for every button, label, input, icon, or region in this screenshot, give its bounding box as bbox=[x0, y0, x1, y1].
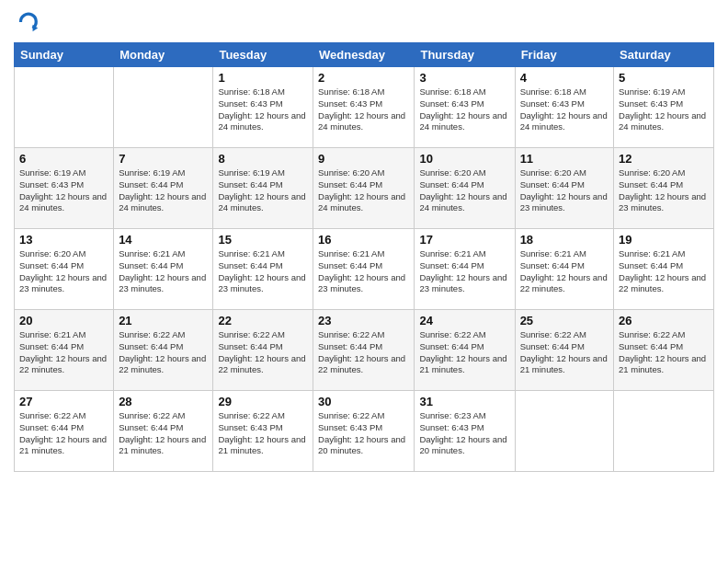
calendar-day: 16Sunrise: 6:21 AM Sunset: 6:44 PM Dayli… bbox=[313, 229, 415, 310]
day-number: 20 bbox=[19, 314, 108, 327]
calendar-day: 26Sunrise: 6:22 AM Sunset: 6:44 PM Dayli… bbox=[614, 310, 714, 391]
calendar-day: 6Sunrise: 6:19 AM Sunset: 6:43 PM Daylig… bbox=[15, 148, 114, 229]
day-number: 16 bbox=[318, 233, 409, 247]
calendar-table: SundayMondayTuesdayWednesdayThursdayFrid… bbox=[14, 42, 714, 472]
day-info: Sunrise: 6:22 AM Sunset: 6:44 PM Dayligh… bbox=[218, 329, 308, 376]
day-info: Sunrise: 6:22 AM Sunset: 6:43 PM Dayligh… bbox=[218, 410, 308, 457]
calendar-day: 29Sunrise: 6:22 AM Sunset: 6:43 PM Dayli… bbox=[213, 391, 313, 472]
day-number: 11 bbox=[520, 152, 609, 166]
calendar-week-1: 1Sunrise: 6:18 AM Sunset: 6:43 PM Daylig… bbox=[15, 67, 714, 148]
day-number: 23 bbox=[318, 314, 409, 327]
day-info: Sunrise: 6:21 AM Sunset: 6:44 PM Dayligh… bbox=[19, 329, 108, 376]
day-info: Sunrise: 6:19 AM Sunset: 6:43 PM Dayligh… bbox=[19, 167, 108, 214]
calendar-day: 10Sunrise: 6:20 AM Sunset: 6:44 PM Dayli… bbox=[415, 148, 515, 229]
calendar-day: 14Sunrise: 6:21 AM Sunset: 6:44 PM Dayli… bbox=[114, 229, 213, 310]
day-info: Sunrise: 6:22 AM Sunset: 6:44 PM Dayligh… bbox=[19, 410, 108, 457]
page-header bbox=[14, 9, 714, 35]
day-info: Sunrise: 6:23 AM Sunset: 6:43 PM Dayligh… bbox=[419, 410, 509, 457]
calendar-day: 3Sunrise: 6:18 AM Sunset: 6:43 PM Daylig… bbox=[415, 67, 515, 148]
day-info: Sunrise: 6:18 AM Sunset: 6:43 PM Dayligh… bbox=[419, 86, 509, 133]
col-header-sunday: Sunday bbox=[15, 43, 114, 67]
day-number: 30 bbox=[318, 395, 409, 408]
calendar-week-3: 13Sunrise: 6:20 AM Sunset: 6:44 PM Dayli… bbox=[15, 229, 714, 310]
calendar-week-5: 27Sunrise: 6:22 AM Sunset: 6:44 PM Dayli… bbox=[15, 391, 714, 472]
day-number: 18 bbox=[520, 233, 609, 247]
day-number: 15 bbox=[218, 233, 308, 247]
calendar-day: 11Sunrise: 6:20 AM Sunset: 6:44 PM Dayli… bbox=[515, 148, 613, 229]
day-number: 9 bbox=[318, 152, 409, 166]
calendar-day: 25Sunrise: 6:22 AM Sunset: 6:44 PM Dayli… bbox=[515, 310, 613, 391]
day-number: 8 bbox=[218, 152, 308, 166]
day-number: 26 bbox=[619, 314, 709, 327]
day-number: 21 bbox=[119, 314, 208, 327]
day-info: Sunrise: 6:20 AM Sunset: 6:44 PM Dayligh… bbox=[318, 167, 409, 214]
day-info: Sunrise: 6:20 AM Sunset: 6:44 PM Dayligh… bbox=[619, 167, 709, 214]
day-number: 25 bbox=[520, 314, 609, 327]
logo-icon bbox=[14, 9, 40, 35]
day-number: 6 bbox=[19, 152, 108, 166]
col-header-wednesday: Wednesday bbox=[313, 43, 415, 67]
day-info: Sunrise: 6:21 AM Sunset: 6:44 PM Dayligh… bbox=[318, 248, 409, 295]
logo bbox=[14, 9, 43, 35]
day-info: Sunrise: 6:18 AM Sunset: 6:43 PM Dayligh… bbox=[318, 86, 409, 133]
calendar-day: 1Sunrise: 6:18 AM Sunset: 6:43 PM Daylig… bbox=[213, 67, 313, 148]
day-info: Sunrise: 6:19 AM Sunset: 6:43 PM Dayligh… bbox=[619, 86, 709, 133]
calendar-day: 13Sunrise: 6:20 AM Sunset: 6:44 PM Dayli… bbox=[15, 229, 114, 310]
day-info: Sunrise: 6:22 AM Sunset: 6:44 PM Dayligh… bbox=[419, 329, 509, 376]
calendar-day: 15Sunrise: 6:21 AM Sunset: 6:44 PM Dayli… bbox=[213, 229, 313, 310]
calendar-day bbox=[15, 67, 114, 148]
day-info: Sunrise: 6:19 AM Sunset: 6:44 PM Dayligh… bbox=[119, 167, 208, 214]
day-number: 13 bbox=[19, 233, 108, 247]
day-info: Sunrise: 6:20 AM Sunset: 6:44 PM Dayligh… bbox=[520, 167, 609, 214]
col-header-tuesday: Tuesday bbox=[213, 43, 313, 67]
calendar-day: 12Sunrise: 6:20 AM Sunset: 6:44 PM Dayli… bbox=[614, 148, 714, 229]
calendar-week-2: 6Sunrise: 6:19 AM Sunset: 6:43 PM Daylig… bbox=[15, 148, 714, 229]
day-number: 17 bbox=[419, 233, 509, 247]
day-number: 1 bbox=[218, 71, 308, 85]
calendar-day: 30Sunrise: 6:22 AM Sunset: 6:43 PM Dayli… bbox=[313, 391, 415, 472]
calendar-day: 8Sunrise: 6:19 AM Sunset: 6:44 PM Daylig… bbox=[213, 148, 313, 229]
day-info: Sunrise: 6:19 AM Sunset: 6:44 PM Dayligh… bbox=[218, 167, 308, 214]
day-number: 5 bbox=[619, 71, 709, 85]
day-number: 12 bbox=[619, 152, 709, 166]
day-number: 2 bbox=[318, 71, 409, 85]
day-number: 7 bbox=[119, 152, 208, 166]
calendar-day: 22Sunrise: 6:22 AM Sunset: 6:44 PM Dayli… bbox=[213, 310, 313, 391]
day-number: 14 bbox=[119, 233, 208, 247]
day-number: 27 bbox=[19, 395, 108, 408]
day-info: Sunrise: 6:21 AM Sunset: 6:44 PM Dayligh… bbox=[419, 248, 509, 295]
day-number: 10 bbox=[419, 152, 509, 166]
calendar-day: 5Sunrise: 6:19 AM Sunset: 6:43 PM Daylig… bbox=[614, 67, 714, 148]
day-number: 19 bbox=[619, 233, 709, 247]
calendar-day: 19Sunrise: 6:21 AM Sunset: 6:44 PM Dayli… bbox=[614, 229, 714, 310]
calendar-week-4: 20Sunrise: 6:21 AM Sunset: 6:44 PM Dayli… bbox=[15, 310, 714, 391]
calendar-header-row: SundayMondayTuesdayWednesdayThursdayFrid… bbox=[15, 43, 714, 67]
day-number: 24 bbox=[419, 314, 509, 327]
day-number: 3 bbox=[419, 71, 509, 85]
day-number: 31 bbox=[419, 395, 509, 408]
day-number: 29 bbox=[218, 395, 308, 408]
calendar-day: 23Sunrise: 6:22 AM Sunset: 6:44 PM Dayli… bbox=[313, 310, 415, 391]
col-header-thursday: Thursday bbox=[415, 43, 515, 67]
day-info: Sunrise: 6:22 AM Sunset: 6:43 PM Dayligh… bbox=[318, 410, 409, 457]
col-header-friday: Friday bbox=[515, 43, 613, 67]
day-info: Sunrise: 6:20 AM Sunset: 6:44 PM Dayligh… bbox=[419, 167, 509, 214]
day-number: 4 bbox=[520, 71, 609, 85]
day-number: 22 bbox=[218, 314, 308, 327]
day-info: Sunrise: 6:18 AM Sunset: 6:43 PM Dayligh… bbox=[218, 86, 308, 133]
day-info: Sunrise: 6:21 AM Sunset: 6:44 PM Dayligh… bbox=[119, 248, 208, 295]
day-info: Sunrise: 6:21 AM Sunset: 6:44 PM Dayligh… bbox=[520, 248, 609, 295]
calendar-day: 24Sunrise: 6:22 AM Sunset: 6:44 PM Dayli… bbox=[415, 310, 515, 391]
day-info: Sunrise: 6:20 AM Sunset: 6:44 PM Dayligh… bbox=[19, 248, 108, 295]
calendar-day: 28Sunrise: 6:22 AM Sunset: 6:44 PM Dayli… bbox=[114, 391, 213, 472]
day-info: Sunrise: 6:22 AM Sunset: 6:44 PM Dayligh… bbox=[119, 329, 208, 376]
day-info: Sunrise: 6:22 AM Sunset: 6:44 PM Dayligh… bbox=[619, 329, 709, 376]
calendar-day bbox=[614, 391, 714, 472]
calendar-day: 31Sunrise: 6:23 AM Sunset: 6:43 PM Dayli… bbox=[415, 391, 515, 472]
calendar-day: 27Sunrise: 6:22 AM Sunset: 6:44 PM Dayli… bbox=[15, 391, 114, 472]
calendar-day: 18Sunrise: 6:21 AM Sunset: 6:44 PM Dayli… bbox=[515, 229, 613, 310]
col-header-saturday: Saturday bbox=[614, 43, 714, 67]
calendar-day bbox=[114, 67, 213, 148]
calendar-day: 17Sunrise: 6:21 AM Sunset: 6:44 PM Dayli… bbox=[415, 229, 515, 310]
day-info: Sunrise: 6:21 AM Sunset: 6:44 PM Dayligh… bbox=[218, 248, 308, 295]
